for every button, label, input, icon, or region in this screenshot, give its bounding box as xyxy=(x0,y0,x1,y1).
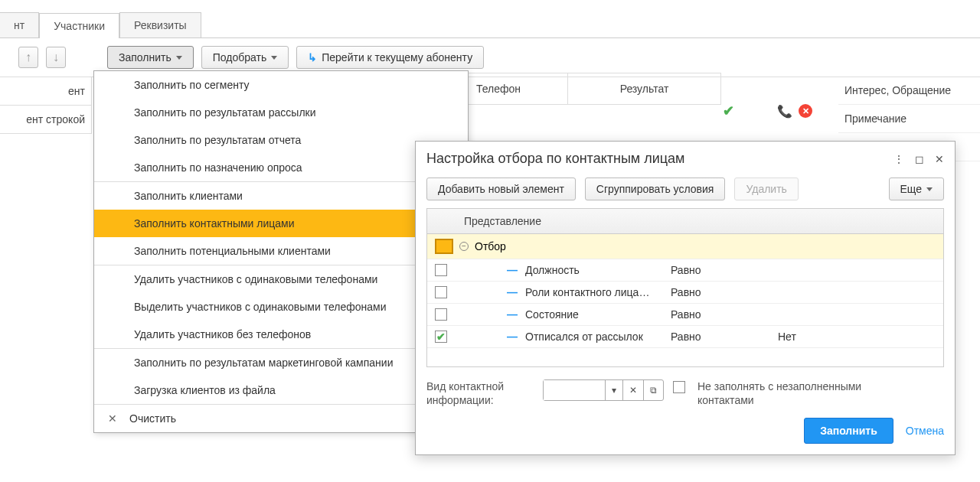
input-clear-icon[interactable]: ✕ xyxy=(622,380,643,400)
cancel-link[interactable]: Отмена xyxy=(906,425,944,437)
filter-row[interactable]: — Роли контактного лица… Равно xyxy=(427,282,943,304)
menu-item-report-results[interactable]: Заполнить по результатам отчета xyxy=(94,126,468,154)
filter-row[interactable]: — Состояние Равно xyxy=(427,304,943,326)
contact-info-label: Вид контактной информации: xyxy=(426,379,534,407)
collapse-icon[interactable]: − xyxy=(459,242,469,251)
dash-icon: — xyxy=(507,331,518,343)
checkbox[interactable] xyxy=(435,264,447,276)
column-header-partial-1: ент xyxy=(0,77,92,106)
modal-title: Настройка отбора по контактным лицам xyxy=(426,151,893,167)
modal-close-icon[interactable]: ✕ xyxy=(935,153,944,165)
goto-subscriber-button[interactable]: ↳Перейти к текущему абоненту xyxy=(296,46,484,69)
fill-dropdown-menu: Заполнить по сегменту Заполнить по резул… xyxy=(93,70,469,433)
checkbox[interactable] xyxy=(435,308,447,321)
checkbox[interactable] xyxy=(435,286,447,298)
input-dropdown-icon[interactable]: ▾ xyxy=(605,380,622,400)
arrow-up-icon: ↑ xyxy=(25,50,31,64)
menu-item-survey[interactable]: Заполнить по назначению опроса xyxy=(94,154,468,181)
menu-item-marketing-campaign[interactable]: Заполнить по результатам маркетинговой к… xyxy=(94,349,468,376)
close-icon: ✕ xyxy=(108,412,117,425)
column-header-result: Результат xyxy=(568,73,721,105)
modal-menu-icon[interactable]: ⋮ xyxy=(893,153,904,165)
filter-root-row[interactable]: − Отбор xyxy=(427,234,943,259)
menu-item-clients[interactable]: Заполнить клиентами xyxy=(94,182,468,210)
input-open-icon[interactable]: ⧉ xyxy=(643,380,663,400)
cross-icon: ✕ xyxy=(799,104,812,118)
chevron-down-icon xyxy=(926,187,933,191)
column-header-partial-2: ент строкой xyxy=(0,106,92,134)
arrow-down-icon: ↓ xyxy=(53,50,59,64)
delete-button[interactable]: Удалить xyxy=(734,177,798,200)
filter-column-header: Представление xyxy=(427,209,943,234)
phone-icon: 📞 xyxy=(777,104,792,119)
filter-row[interactable]: ✔ — Отписался от рассылок Равно Нет xyxy=(427,326,943,348)
menu-item-load-from-file[interactable]: Загрузка клиентов из файла xyxy=(94,376,468,404)
contact-info-input[interactable] xyxy=(544,380,605,400)
dash-icon: — xyxy=(507,308,518,321)
more-button[interactable]: Еще xyxy=(889,177,945,200)
tab-requisites[interactable]: Реквизиты xyxy=(119,12,201,37)
column-header-note: Примечание xyxy=(838,105,980,133)
check-icon: ✔ xyxy=(723,103,734,119)
contact-info-input-group: ▾ ✕ ⧉ xyxy=(543,379,664,401)
move-up-button[interactable]: ↑ xyxy=(18,47,38,68)
move-down-button[interactable]: ↓ xyxy=(46,47,66,68)
menu-item-remove-dup-phones[interactable]: Удалить участников с одинаковыми телефон… xyxy=(94,265,468,293)
modal-maximize-icon[interactable]: ◻ xyxy=(915,153,924,165)
dash-icon: — xyxy=(507,286,518,298)
select-dropdown-button[interactable]: Подобрать xyxy=(201,46,289,69)
menu-item-mailing-results[interactable]: Заполнить по результатам рассылки xyxy=(94,99,468,126)
menu-item-potential[interactable]: Заполнить потенциальными клиентами xyxy=(94,237,468,265)
tab-truncated[interactable]: нт xyxy=(0,12,39,37)
column-header-phone: Телефон xyxy=(469,73,568,105)
filter-table: Представление − Отбор — Должность Равно … xyxy=(426,208,944,367)
filter-modal: Настройка отбора по контактным лицам ⋮ ◻… xyxy=(415,141,956,455)
group-conditions-button[interactable]: Сгруппировать условия xyxy=(585,177,726,200)
checkbox-checked[interactable]: ✔ xyxy=(435,331,447,343)
menu-item-select-dup-phones[interactable]: Выделить участников с одинаковыми телефо… xyxy=(94,293,468,321)
goto-arrow-icon: ↳ xyxy=(308,51,317,64)
root-marker-icon xyxy=(435,239,453,254)
no-fill-checkbox[interactable] xyxy=(673,381,685,393)
menu-item-clear[interactable]: ✕Очистить xyxy=(94,405,468,432)
chevron-down-icon xyxy=(271,56,277,60)
chevron-down-icon xyxy=(176,56,182,60)
fill-button[interactable]: Заполнить xyxy=(804,418,893,444)
no-fill-label: Не заполнять с незаполненными контактами xyxy=(697,379,889,407)
column-header-interest: Интерес, Обращение xyxy=(838,77,980,105)
menu-item-contacts[interactable]: Заполнить контактными лицами xyxy=(94,210,468,237)
filter-row[interactable]: — Должность Равно xyxy=(427,259,943,282)
add-element-button[interactable]: Добавить новый элемент xyxy=(426,177,576,200)
dash-icon: — xyxy=(507,264,518,276)
fill-dropdown-button[interactable]: Заполнить xyxy=(107,46,194,69)
tab-participants[interactable]: Участники xyxy=(39,13,119,38)
menu-item-segment[interactable]: Заполнить по сегменту xyxy=(94,71,468,99)
menu-item-remove-no-phone[interactable]: Удалить участников без телефонов xyxy=(94,321,468,348)
